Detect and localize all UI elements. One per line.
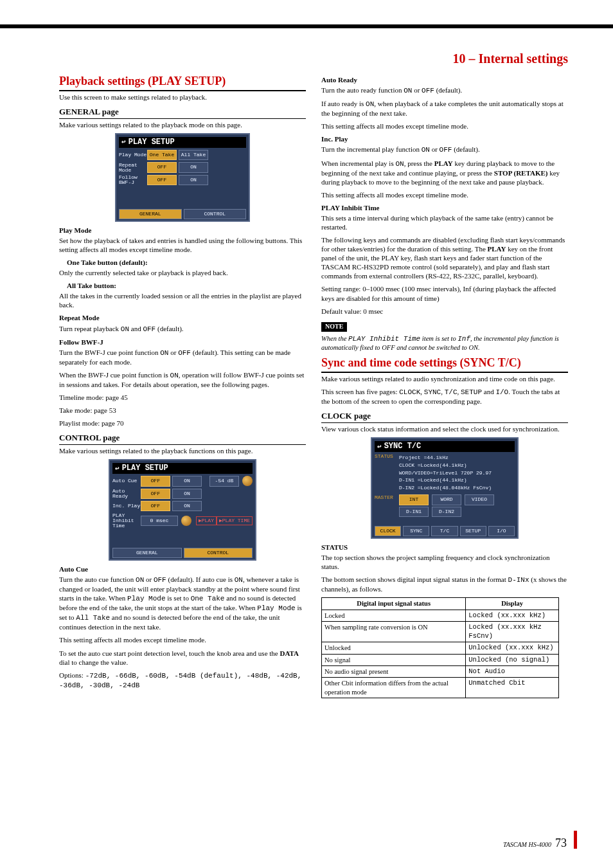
left-column: Playback settings (PLAY SETUP) Use this … bbox=[59, 73, 306, 698]
opt-one-take: One Take button (default): bbox=[67, 258, 306, 267]
general-desc: Make various settings related to the pla… bbox=[59, 120, 306, 129]
status-p1: The top section shows the project sampli… bbox=[321, 553, 568, 571]
top-bar bbox=[0, 24, 613, 28]
follow-desc2: When the BWF-J cue point function is ON,… bbox=[59, 370, 306, 389]
corner-mark bbox=[574, 831, 577, 849]
play-setup-intro: Use this screen to make settings related… bbox=[59, 93, 306, 102]
inhibit-p4: Default value: 0 msec bbox=[321, 307, 568, 316]
autoready-p2: If auto ready is ON, when playback of a … bbox=[321, 99, 568, 118]
chapter-title: 10 – Internal settings bbox=[59, 51, 568, 66]
play-mode-desc: Set how the playback of takes and entrie… bbox=[59, 236, 306, 254]
autocue-options: Options: -72dB, -66dB, -60dB, -54dB (def… bbox=[59, 671, 306, 690]
inhibit-p3: Setting range: 0–1000 msec (100 msec int… bbox=[321, 284, 568, 302]
follow-l1: Timeline mode: page 45 bbox=[59, 393, 306, 402]
status-p2: The bottom section shows digital input s… bbox=[321, 575, 568, 593]
sub-general: GENERAL page bbox=[59, 107, 306, 119]
autoready-p1: Turn the auto ready function ON or OFF (… bbox=[321, 86, 568, 95]
lcd-general: ↩PLAY SETUP Play Mode One Take All Take … bbox=[115, 133, 250, 222]
sync-p1: Make various settings related to audio s… bbox=[321, 374, 568, 383]
item-repeat: Repeat Mode bbox=[59, 313, 306, 322]
inhibit-p2: The following keys and commands are disa… bbox=[321, 235, 568, 280]
note-text: When the PLAY Inhibit Time item is set t… bbox=[321, 334, 568, 352]
clock-desc: View various clock status information an… bbox=[321, 424, 568, 433]
item-inhibit: PLAY Inhibit Time bbox=[321, 203, 568, 212]
note-tag: NOTE bbox=[321, 322, 347, 332]
autocue-desc1: Turn the auto cue function ON or OFF (de… bbox=[59, 575, 306, 631]
back-icon: ↩ bbox=[121, 138, 126, 147]
page-footer: TASCAM HS-400073 bbox=[503, 836, 567, 850]
item-status: STATUS bbox=[321, 543, 568, 552]
item-auto-ready: Auto Ready bbox=[321, 75, 568, 84]
lcd-control: ↩PLAY SETUP Auto Cue OFF ON -54 dB Auto … bbox=[109, 459, 256, 561]
incplay-p2: When incremental play is ON, press the P… bbox=[321, 159, 568, 186]
back-icon: ↩ bbox=[115, 464, 120, 473]
one-take-desc: Only the currently selected take or play… bbox=[59, 268, 306, 277]
knob-icon bbox=[242, 476, 253, 486]
incplay-p3: This setting affects all modes except ti… bbox=[321, 190, 568, 199]
opt-all-take: All Take button: bbox=[67, 281, 306, 290]
section-play-setup: Playback settings (PLAY SETUP) bbox=[59, 74, 306, 91]
signal-status-table: Digital input signal statusDisplay Locke… bbox=[321, 597, 559, 698]
item-follow: Follow BWF-J bbox=[59, 338, 306, 347]
control-desc: Make various settings related to the pla… bbox=[59, 446, 306, 455]
incplay-p1: Turn the incremental play function ON or… bbox=[321, 145, 568, 154]
back-icon: ↩ bbox=[377, 442, 382, 451]
section-sync-tc: Sync and time code settings (SYNC T/C) bbox=[321, 356, 568, 373]
follow-l2: Take mode: page 53 bbox=[59, 406, 306, 415]
item-inc-play: Inc. Play bbox=[321, 134, 568, 143]
autoready-p3: This setting affects all modes except ti… bbox=[321, 122, 568, 131]
inhibit-p1: This sets a time interval during which p… bbox=[321, 213, 568, 231]
autocue-desc3: To set the auto cue start point detectio… bbox=[59, 649, 306, 667]
sync-p2: This screen has five pages: CLOCK, SYNC,… bbox=[321, 387, 568, 406]
lcd-sync: ↩SYNC T/C STATUS Project =44.1kHz CLOCK … bbox=[371, 437, 519, 539]
sub-control: CONTROL page bbox=[59, 433, 306, 445]
item-auto-cue: Auto Cue bbox=[59, 565, 306, 574]
item-play-mode: Play Mode bbox=[59, 226, 306, 235]
autocue-desc2: This setting affects all modes except ti… bbox=[59, 635, 306, 644]
follow-desc1: Turn the BWF-J cue point function ON or … bbox=[59, 348, 306, 366]
repeat-desc: Turn repeat playback ON and OFF (default… bbox=[59, 324, 306, 334]
follow-l3: Playlist mode: page 70 bbox=[59, 419, 306, 428]
all-take-desc: All the takes in the currently loaded se… bbox=[59, 291, 306, 309]
right-column: Auto Ready Turn the auto ready function … bbox=[321, 73, 568, 698]
knob-icon bbox=[181, 516, 191, 526]
sub-clock: CLOCK page bbox=[321, 411, 568, 423]
